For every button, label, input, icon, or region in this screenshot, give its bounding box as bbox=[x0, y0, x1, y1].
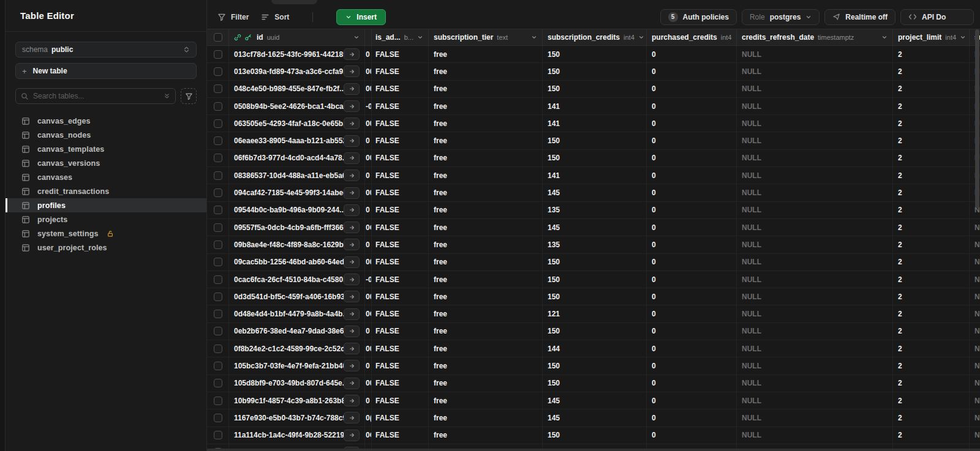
cell-credits-refresh-date[interactable]: NULL bbox=[737, 184, 893, 201]
cell-is-admin[interactable]: FALSE bbox=[372, 81, 429, 97]
cell-purchased-credits[interactable]: 0 bbox=[647, 271, 737, 288]
cell-subscription-credits[interactable]: 141 bbox=[543, 167, 647, 184]
expand-row-button[interactable] bbox=[344, 395, 360, 406]
cell-clipped[interactable]: 00 bbox=[365, 63, 372, 80]
row-checkbox[interactable] bbox=[214, 136, 222, 145]
cell-credits-refresh-date[interactable]: NULL bbox=[737, 288, 893, 305]
expand-row-button[interactable] bbox=[344, 170, 360, 181]
row-checkbox[interactable] bbox=[214, 240, 222, 249]
cell-subscription-tier[interactable]: free bbox=[429, 98, 543, 114]
cell-id[interactable]: 0508b94b-5ee2-4626-bca1-4bca... bbox=[229, 98, 365, 114]
row-checkbox[interactable] bbox=[214, 188, 222, 197]
cell-credits-refresh-date[interactable]: NULL bbox=[737, 340, 893, 357]
sidebar-table-item[interactable]: canvas_edges bbox=[6, 114, 206, 128]
cell-id[interactable]: 09cac5bb-1256-46bd-ab60-64ed... bbox=[229, 254, 365, 270]
row-checkbox[interactable] bbox=[214, 102, 222, 111]
role-selector[interactable]: Role postgres bbox=[742, 9, 820, 25]
search-tables-input[interactable] bbox=[33, 92, 159, 100]
cell-clipped[interactable]: 00 bbox=[365, 254, 372, 270]
cell-subscription-tier[interactable]: free bbox=[429, 271, 543, 288]
cell-subscription-credits[interactable]: 150 bbox=[543, 357, 647, 374]
row-checkbox[interactable] bbox=[214, 414, 222, 422]
expand-row-button[interactable] bbox=[344, 222, 360, 233]
cell-project-limit[interactable]: 2 bbox=[893, 236, 970, 253]
cell-purchased-credits[interactable]: 0 bbox=[647, 409, 737, 426]
cell-is-admin[interactable]: FALSE bbox=[372, 184, 429, 201]
api-docs-button[interactable]: API Do bbox=[900, 9, 974, 25]
cell-id[interactable]: 0cac6fca-26cf-4510-84ba-c4580... bbox=[229, 271, 365, 288]
chevron-down-icon[interactable] bbox=[638, 34, 644, 40]
expand-row-button[interactable] bbox=[344, 152, 360, 164]
cell-is-admin[interactable]: FALSE bbox=[372, 150, 429, 166]
cell-clipped[interactable]: 0 bbox=[365, 46, 372, 62]
row-checkbox[interactable] bbox=[214, 275, 222, 284]
cell-credits-refresh-date[interactable]: NULL bbox=[737, 236, 893, 253]
cell-credits-refresh-date[interactable]: NULL bbox=[737, 271, 893, 288]
cell-is-admin[interactable]: FALSE bbox=[372, 236, 429, 253]
cell-subscription-credits[interactable]: 150 bbox=[543, 46, 647, 62]
cell-credits-refresh-date[interactable]: NULL bbox=[737, 132, 893, 149]
cell-subscription-tier[interactable]: free bbox=[429, 409, 543, 426]
cell-clipped[interactable]: 0 bbox=[365, 132, 372, 149]
cell-purchased-credits[interactable]: 0 bbox=[647, 357, 737, 374]
cell-subscription-tier[interactable]: free bbox=[429, 357, 543, 374]
header-subscription-credits[interactable]: subscription_credits int4 bbox=[543, 29, 647, 45]
cell-credits-refresh-date[interactable]: NULL bbox=[737, 46, 893, 62]
cell-is-admin[interactable]: FALSE bbox=[372, 340, 429, 357]
cell-project-limit[interactable]: 2 bbox=[893, 254, 970, 270]
sidebar-table-item[interactable]: credit_transactions bbox=[6, 184, 206, 198]
header-id[interactable]: id uuid bbox=[229, 29, 365, 45]
cell-id[interactable]: 06eaee33-8905-4aaa-b121-ab552... bbox=[229, 132, 365, 149]
cell-project-limit[interactable]: 2 bbox=[893, 219, 970, 236]
cell-subscription-credits[interactable]: 145 bbox=[543, 184, 647, 201]
header-project-limit[interactable]: project_limit int4 bbox=[893, 29, 970, 45]
row-checkbox[interactable] bbox=[214, 206, 222, 214]
cell-project-limit[interactable]: 2 bbox=[893, 46, 970, 62]
cell-id[interactable]: 10b99c1f-4857-4c39-a8b1-263b8... bbox=[229, 392, 365, 409]
cell-subscription-credits[interactable]: 150 bbox=[543, 254, 647, 270]
header-subscription-tier[interactable]: subscription_tier text bbox=[429, 29, 543, 45]
cell-purchased-credits[interactable]: 0 bbox=[647, 132, 737, 149]
cell-is-admin[interactable]: FALSE bbox=[372, 288, 429, 305]
cell-subscription-credits[interactable]: 150 bbox=[543, 271, 647, 288]
cell-subscription-credits[interactable]: 150 bbox=[543, 427, 647, 444]
cell-purchased-credits[interactable]: 0 bbox=[647, 288, 737, 305]
cell-is-admin[interactable]: FALSE bbox=[372, 202, 429, 218]
cell-subscription-tier[interactable]: free bbox=[429, 63, 543, 80]
row-checkbox[interactable] bbox=[214, 223, 222, 232]
sidebar-table-item[interactable]: system_settings bbox=[6, 226, 206, 240]
realtime-toggle-button[interactable]: Realtime off bbox=[824, 9, 895, 25]
cell-truncated[interactable]: NULL bbox=[970, 288, 980, 305]
cell-subscription-tier[interactable]: free bbox=[429, 219, 543, 236]
sidebar-table-item[interactable]: canvas_nodes bbox=[6, 128, 206, 142]
cell-subscription-credits[interactable]: 150 bbox=[543, 288, 647, 305]
cell-is-admin[interactable]: FALSE bbox=[372, 115, 429, 132]
sidebar-table-item[interactable]: user_project_roles bbox=[6, 240, 206, 255]
cell-subscription-tier[interactable]: free bbox=[429, 392, 543, 409]
expand-row-button[interactable] bbox=[344, 100, 360, 112]
cell-credits-refresh-date[interactable]: NULL bbox=[737, 427, 893, 444]
cell-truncated[interactable]: NULL bbox=[970, 219, 980, 236]
expand-row-button[interactable] bbox=[344, 343, 360, 354]
cell-subscription-tier[interactable]: free bbox=[429, 46, 543, 62]
cell-subscription-tier[interactable]: free bbox=[429, 150, 543, 166]
cell-project-limit[interactable]: 2 bbox=[893, 392, 970, 409]
cell-credits-refresh-date[interactable]: NULL bbox=[737, 254, 893, 270]
cell-project-limit[interactable]: 2 bbox=[893, 340, 970, 357]
sidebar-table-item[interactable]: canvases bbox=[6, 170, 206, 184]
cell-id[interactable]: 105d8bf9-e703-49bd-807d-645e... bbox=[229, 375, 365, 392]
expand-row-button[interactable] bbox=[344, 135, 360, 147]
cell-credits-refresh-date[interactable]: NULL bbox=[737, 81, 893, 97]
cell-subscription-tier[interactable]: free bbox=[429, 202, 543, 218]
row-checkbox[interactable] bbox=[214, 154, 222, 162]
cell-credits-refresh-date[interactable]: NULL bbox=[737, 150, 893, 166]
cell-clipped[interactable]: 00 bbox=[365, 115, 372, 132]
cell-purchased-credits[interactable]: 0 bbox=[647, 254, 737, 270]
cell-is-admin[interactable]: FALSE bbox=[372, 305, 429, 322]
row-checkbox[interactable] bbox=[214, 258, 222, 266]
cell-subscription-credits[interactable]: 135 bbox=[543, 236, 647, 253]
cell-clipped[interactable]: 0 bbox=[365, 202, 372, 218]
expand-row-button[interactable] bbox=[344, 412, 360, 423]
cell-truncated[interactable]: NULL bbox=[970, 254, 980, 270]
header-credits-refresh-date[interactable]: credits_refresh_date timestamptz bbox=[737, 29, 893, 45]
